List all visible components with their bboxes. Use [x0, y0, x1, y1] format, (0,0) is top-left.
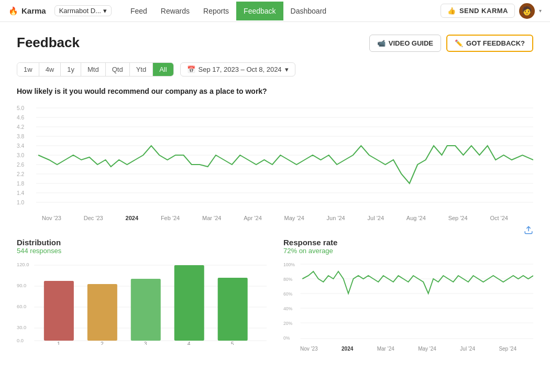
svg-text:5: 5 [231, 341, 234, 345]
svg-rect-34 [131, 279, 161, 341]
filter-qtd[interactable]: Qtd [106, 63, 130, 76]
svg-text:2.6: 2.6 [17, 162, 25, 168]
x-label-2024: 2024 [126, 215, 138, 221]
time-filter-group: 1w 4w 1y Mtd Qtd Ytd All [17, 62, 174, 77]
filter-all[interactable]: All [153, 63, 173, 76]
x-label-may24: May '24 [284, 215, 304, 221]
r-x-nov23: Nov '23 [300, 346, 318, 352]
got-feedback-button[interactable]: ✏️ GOT FEEDBACK? [446, 35, 533, 52]
workspace-label: Karmabot D... [59, 7, 101, 15]
r-x-sep24: Sep '24 [499, 346, 516, 352]
x-label-jul24: Jul '24 [368, 215, 384, 221]
got-feedback-label: GOT FEEDBACK? [466, 39, 525, 47]
calendar-icon: 📅 [187, 66, 195, 73]
page-header: Feedback 📹 VIDEO GUIDE ✏️ GOT FEEDBACK? [17, 35, 533, 52]
filter-ytd[interactable]: Ytd [130, 63, 153, 76]
svg-rect-33 [87, 284, 117, 341]
filter-4w[interactable]: 4w [39, 63, 61, 76]
svg-text:4.2: 4.2 [17, 124, 25, 130]
distribution-title: Distribution [17, 238, 267, 247]
workspace-selector[interactable]: Karmabot D... ▾ [54, 5, 112, 16]
response-rate-title: Response rate [283, 238, 533, 247]
main-content: Feedback 📹 VIDEO GUIDE ✏️ GOT FEEDBACK? … [0, 22, 550, 364]
filter-1w[interactable]: 1w [17, 63, 39, 76]
r-x-jul24: Jul '24 [460, 346, 475, 352]
svg-text:4.6: 4.6 [17, 115, 25, 121]
response-chart-x-labels: Nov '23 2024 Mar '24 May '24 Jul '24 Sep… [283, 345, 533, 352]
main-chart-x-labels: Nov '23 Dec '23 2024 Feb '24 Mar '24 Apr… [17, 213, 533, 221]
nav-rewards[interactable]: Rewards [155, 5, 196, 17]
svg-text:40%: 40% [283, 306, 292, 311]
svg-text:3.0: 3.0 [17, 153, 25, 158]
x-label-aug24: Aug '24 [406, 215, 426, 221]
export-icon[interactable] [524, 225, 533, 237]
header-buttons: 📹 VIDEO GUIDE ✏️ GOT FEEDBACK? [369, 35, 533, 52]
svg-text:90.0: 90.0 [17, 283, 26, 288]
send-karma-icon: 👍 [447, 7, 456, 15]
logo-icon: 🔥 [8, 6, 18, 16]
video-icon: 📹 [377, 39, 386, 47]
distribution-subtitle: 544 responses [17, 247, 267, 255]
svg-text:3.8: 3.8 [17, 134, 25, 139]
main-line-chart: 5.0 4.6 4.2 3.8 3.4 3.0 2.6 2.2 1.8 1.4 … [17, 104, 533, 209]
x-label-mar24: Mar '24 [202, 215, 221, 221]
filter-mtd[interactable]: Mtd [81, 63, 106, 76]
video-guide-label: VIDEO GUIDE [389, 39, 433, 47]
logo: 🔥 Karma [8, 6, 46, 16]
x-label-sep24: Sep '24 [448, 215, 468, 221]
filter-1y[interactable]: 1y [61, 63, 81, 76]
avatar-chevron-icon[interactable]: ▾ [539, 8, 542, 14]
navbar: 🔥 Karma Karmabot D... ▾ Feed Rewards Rep… [0, 0, 550, 22]
nav-dashboard[interactable]: Dashboard [284, 5, 333, 17]
chart-question: How likely is it you would recommend our… [17, 87, 533, 95]
page-title: Feedback [17, 35, 80, 51]
x-label-oct24: Oct '24 [490, 215, 508, 221]
send-karma-label: SEND KARMA [459, 7, 508, 15]
bar-chart: 120.0 90.0 60.0 30.0 0.0 [17, 261, 267, 345]
date-chevron-icon: ▾ [285, 66, 289, 73]
response-line-chart: 100% 80% 60% 40% 20% 0% [283, 261, 533, 345]
date-range-label: Sep 17, 2023 – Oct 8, 2024 [199, 66, 282, 73]
svg-text:1.4: 1.4 [17, 190, 25, 196]
x-label-dec23: Dec '23 [84, 215, 103, 221]
svg-text:100%: 100% [283, 262, 295, 267]
r-x-may24: May '24 [418, 346, 436, 352]
svg-text:60%: 60% [283, 291, 292, 297]
svg-text:1: 1 [57, 341, 60, 345]
svg-text:0.0: 0.0 [17, 338, 24, 343]
nav-links: Feed Rewards Reports Feedback Dashboard [124, 2, 436, 20]
x-label-jun24: Jun '24 [327, 215, 345, 221]
chevron-down-icon: ▾ [103, 7, 107, 15]
svg-text:3: 3 [144, 341, 147, 345]
svg-rect-35 [174, 265, 204, 341]
svg-text:3.4: 3.4 [17, 143, 25, 149]
svg-text:5.0: 5.0 [17, 105, 25, 111]
x-label-feb24: Feb '24 [161, 215, 180, 221]
svg-text:4: 4 [188, 341, 191, 345]
pencil-icon: ✏️ [455, 39, 463, 47]
response-rate-subtitle: 72% on average [283, 247, 533, 255]
svg-text:2: 2 [101, 341, 104, 345]
svg-text:30.0: 30.0 [17, 325, 26, 330]
send-karma-button[interactable]: 👍 SEND KARMA [441, 4, 515, 18]
x-label-nov23: Nov '23 [42, 215, 61, 221]
filters-bar: 1w 4w 1y Mtd Qtd Ytd All 📅 Sep 17, 2023 … [17, 62, 533, 77]
response-rate-section: Response rate 72% on average 100% 80% 60… [283, 238, 533, 352]
r-x-mar24: Mar '24 [377, 346, 394, 352]
bottom-section: Distribution 544 responses 120.0 90.0 60… [17, 238, 533, 352]
svg-text:120.0: 120.0 [17, 262, 29, 267]
avatar[interactable]: 🧑 [519, 3, 535, 19]
svg-text:2.2: 2.2 [17, 171, 25, 177]
svg-rect-36 [218, 278, 248, 341]
date-range-picker[interactable]: 📅 Sep 17, 2023 – Oct 8, 2024 ▾ [180, 62, 295, 77]
svg-text:1.8: 1.8 [17, 181, 25, 187]
svg-text:80%: 80% [283, 277, 292, 282]
video-guide-button[interactable]: 📹 VIDEO GUIDE [369, 35, 441, 52]
svg-text:20%: 20% [283, 321, 292, 326]
nav-feedback[interactable]: Feedback [236, 2, 283, 20]
nav-feed[interactable]: Feed [124, 5, 153, 17]
logo-text: Karma [21, 6, 46, 15]
nav-reports[interactable]: Reports [197, 5, 235, 17]
svg-rect-32 [44, 281, 74, 341]
r-x-2024: 2024 [342, 346, 353, 352]
